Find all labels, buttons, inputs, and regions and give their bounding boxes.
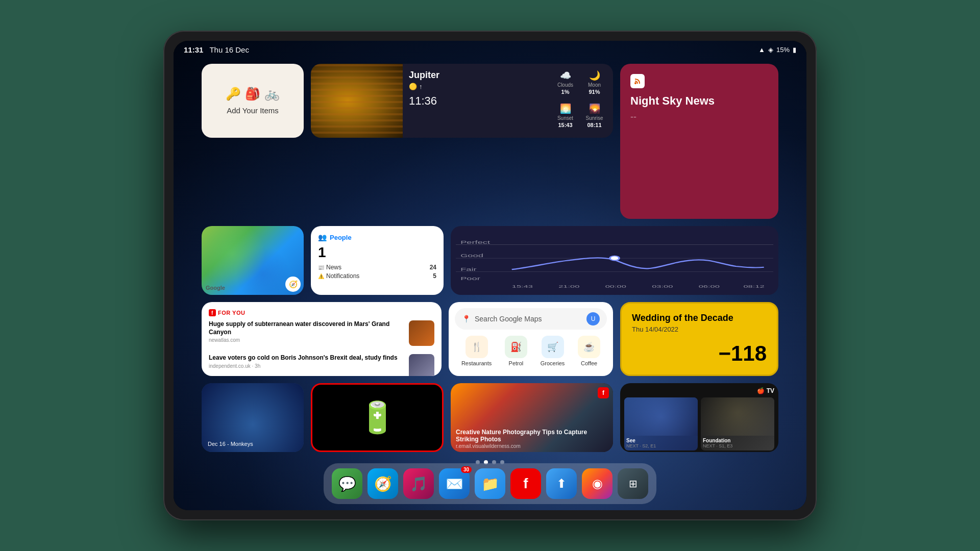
music-icon: 🎵 — [410, 475, 428, 492]
dock-app-mail[interactable]: ✉️ 30 — [439, 468, 470, 499]
dock-app-safari[interactable]: 🧭 — [368, 468, 398, 499]
svg-text:03:00: 03:00 — [652, 284, 673, 288]
people-icon: 👥 — [318, 233, 327, 241]
maps-search-bar[interactable]: 📍 Search Google Maps U — [455, 308, 607, 330]
sunset-value: 15:43 — [558, 122, 572, 128]
show-see-info: See NEXT · S2, E1 — [624, 436, 698, 450]
safari-icon: 🧭 — [374, 475, 392, 492]
maps-thumbnail: Google 🧭 — [202, 226, 304, 295]
jupiter-location: Jupiter — [409, 70, 541, 81]
status-time: 11:31 — [184, 45, 203, 54]
widget-health[interactable]: Perfect Good Fair Poor 15:43 21:00 00:00… — [451, 226, 778, 295]
news-count: 24 — [430, 264, 436, 271]
maps-category-petrol[interactable]: ⛽ Petrol — [505, 336, 527, 366]
coffee-icon: ☕ — [578, 336, 600, 358]
maps-user-avatar: U — [586, 312, 600, 325]
sunrise-label: Sunrise — [586, 115, 603, 121]
mail-badge: 30 — [461, 466, 472, 473]
widget-people[interactable]: 👥 People 1 📰 News 24 ⚠️ N — [311, 226, 444, 295]
news-text-1: Huge supply of subterranean water discov… — [209, 320, 404, 346]
add-items-label: Add Your Items — [227, 106, 279, 115]
dock: 💬 🧭 🎵 ✉️ 30 📁 f ⬆ ◉ — [324, 463, 656, 504]
grocery-label: Groceries — [541, 360, 565, 366]
bag-icon: 🎒 — [245, 87, 260, 101]
notif-count: 5 — [433, 272, 436, 280]
appletv-show-see[interactable]: See NEXT · S2, E1 — [624, 397, 698, 450]
calendar-event-title: Wedding of the Decade — [632, 313, 767, 323]
widget-battery[interactable]: 🔋 — [311, 383, 444, 452]
messages-icon: 💬 — [338, 475, 356, 492]
people-notif-item: ⚠️ Notifications 5 — [318, 272, 436, 280]
widget-reminder[interactable]: Dec 16 - Monkeys — [202, 383, 304, 452]
sunrise-condition: 🌄 Sunrise 08:11 — [582, 103, 607, 132]
show-see-title: See — [626, 438, 696, 443]
widget-calendar[interactable]: Wedding of the Decade Thu 14/04/2022 −11… — [620, 302, 778, 376]
appletv-show-foundation[interactable]: Foundation NEXT · S1, E3 — [701, 397, 774, 450]
colors-icon: ◉ — [592, 477, 603, 491]
show-foundation-info: Foundation NEXT · S1, E3 — [701, 436, 774, 450]
clouds-condition: ☁️ Clouds 1% — [553, 70, 578, 99]
widget-row-4: Dec 16 - Monkeys 🔋 f Creative Nature Pho… — [202, 383, 778, 452]
svg-text:06:00: 06:00 — [699, 284, 720, 288]
widget-appletv[interactable]: 🍎 TV See NEXT · S2, E1 — [620, 383, 778, 452]
jupiter-conditions: ☁️ Clouds 1% 🌙 Moon 91% 🌅 Sunset 1 — [547, 64, 613, 138]
add-items-icons: 🔑 🎒 🚲 — [226, 87, 280, 101]
people-count: 1 — [318, 244, 436, 261]
news-article-1[interactable]: Huge supply of subterranean water discov… — [209, 320, 434, 346]
svg-text:21:00: 21:00 — [558, 284, 579, 288]
svg-text:Perfect: Perfect — [460, 240, 490, 245]
widget-add-items[interactable]: 🔑 🎒 🚲 Add Your Items — [202, 64, 304, 138]
sunset-label: Sunset — [557, 115, 573, 121]
appstore-icon: ⬆ — [556, 477, 567, 491]
news-source-1: newatlas.com — [209, 337, 404, 343]
moon-condition: 🌙 Moon 91% — [582, 70, 607, 99]
ipad-screen: 11:31 Thu 16 Dec ▲ ◈ 15% ▮ 🔑 🎒 🚲 — [174, 41, 806, 510]
news-label: 📰 News — [318, 264, 341, 271]
appletv-shows: See NEXT · S2, E1 Foundation NEXT · S1, … — [624, 397, 774, 450]
dock-app-colors[interactable]: ◉ — [582, 468, 612, 499]
flipboard-icon: f — [523, 475, 528, 492]
jupiter-image — [311, 64, 403, 138]
wifi-icon2: ◈ — [768, 46, 773, 54]
widget-news[interactable]: f FOR YOU Huge supply of subterranean wa… — [202, 302, 442, 376]
flipboard-small-icon: f — [209, 309, 216, 316]
status-bar: 11:31 Thu 16 Dec ▲ ◈ 15% ▮ — [174, 41, 806, 58]
svg-text:15:43: 15:43 — [512, 284, 533, 288]
maps-category-groceries[interactable]: 🛒 Groceries — [541, 336, 565, 366]
widget-night-sky[interactable]: Night Sky News -- — [620, 64, 778, 219]
maps-category-restaurant[interactable]: 🍴 Restaurants — [461, 336, 492, 366]
widget-jupiter[interactable]: Jupiter 🟡 ↑ 11:36 ☁️ Clouds 1% — [311, 64, 613, 138]
news-article-2[interactable]: Leave voters go cold on Boris Johnson's … — [209, 354, 434, 376]
news-dot: 📰 — [318, 265, 324, 270]
widget-maps-small[interactable]: Google 🧭 — [202, 226, 304, 295]
files-icon: 📁 — [481, 475, 499, 492]
bike-icon: 🚲 — [264, 87, 280, 101]
sunrise-value: 08:11 — [587, 122, 601, 128]
widget-maps-search[interactable]: 📍 Search Google Maps U 🍴 Restaurants ⛽ P… — [449, 302, 613, 376]
status-date: Thu 16 Dec — [209, 45, 249, 54]
dock-app-files[interactable]: 📁 — [475, 468, 505, 499]
grocery-icon: 🛒 — [542, 336, 564, 358]
sunset-icon: 🌅 — [560, 103, 571, 114]
nature-source: r.email.visualwilderness.com — [456, 443, 521, 449]
people-label: People — [330, 234, 352, 241]
jupiter-temp: 🟡 ↑ — [409, 83, 541, 90]
dock-app-messages[interactable]: 💬 — [332, 468, 362, 499]
widget-row-1: 🔑 🎒 🚲 Add Your Items Jupiter 🟡 — [202, 64, 778, 219]
maps-direction-btn[interactable]: 🧭 — [285, 277, 301, 292]
jupiter-info: Jupiter 🟡 ↑ 11:36 — [403, 64, 547, 138]
dock-app-flipboard[interactable]: f — [510, 468, 541, 499]
wifi-icon: ▲ — [758, 46, 765, 54]
night-sky-title: Night Sky News — [630, 94, 768, 108]
dock-app-appstore[interactable]: ⬆ — [546, 468, 577, 499]
maps-category-coffee[interactable]: ☕ Coffee — [578, 336, 600, 366]
dock-app-music[interactable]: 🎵 — [403, 468, 434, 499]
dock-app-screenshotplus[interactable]: ⊞ — [618, 468, 648, 499]
ipad-frame: 11:31 Thu 16 Dec ▲ ◈ 15% ▮ 🔑 🎒 🚲 — [163, 31, 817, 520]
widget-row-2: Google 🧭 👥 People 1 📰 News — [202, 226, 778, 295]
petrol-label: Petrol — [509, 360, 524, 366]
news-thumb-2 — [409, 354, 434, 376]
widget-nature[interactable]: f Creative Nature Photography Tips to Ca… — [451, 383, 613, 452]
news-for-you-label: f FOR YOU — [209, 309, 434, 316]
battery-text: 15% — [776, 46, 790, 54]
